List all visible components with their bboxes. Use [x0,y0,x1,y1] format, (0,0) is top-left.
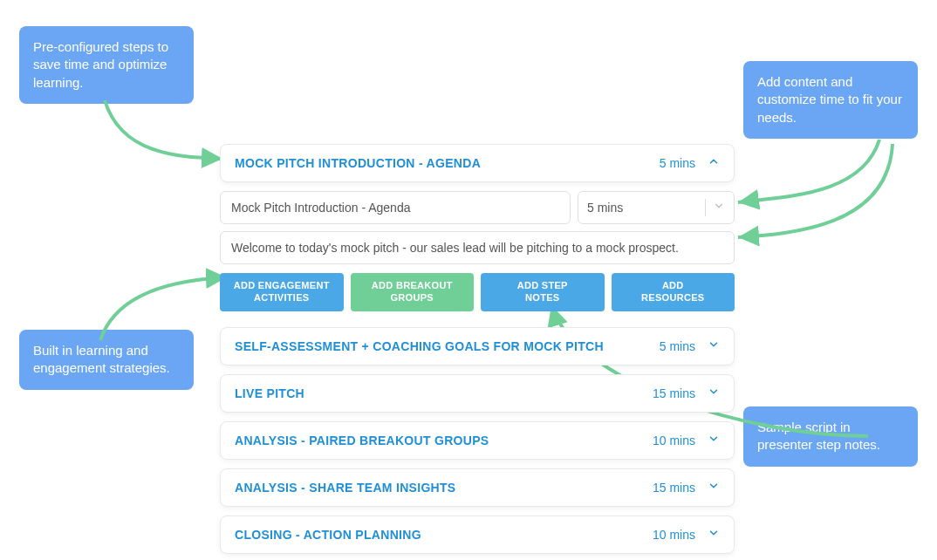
add-breakout-button[interactable]: ADD BREAKOUT GROUPS [351,273,475,311]
duration-select[interactable]: 5 mins [578,191,735,224]
step-card-expanded[interactable]: MOCK PITCH INTRODUCTION - AGENDA 5 mins [220,144,735,182]
step-title: CLOSING - ACTION PLANNING [235,528,653,542]
add-resources-button[interactable]: ADD RESOURCES [612,273,735,311]
step-title: LIVE PITCH [235,386,653,400]
chevron-down-icon [708,433,720,448]
step-duration: 5 mins [660,156,695,170]
callout-customize: Add content and customize time to fit yo… [743,61,918,139]
step-card[interactable]: CLOSING - ACTION PLANNING 10 mins [220,516,735,554]
step-description-input[interactable] [220,231,735,264]
callout-script: Sample script in presenter step notes. [743,406,918,467]
agenda-panel: MOCK PITCH INTRODUCTION - AGENDA 5 mins … [220,144,735,560]
step-card[interactable]: ANALYSIS - SHARE TEAM INSIGHTS 15 mins [220,468,735,507]
step-duration: 5 mins [660,339,695,353]
step-title: SELF-ASSESSMENT + COACHING GOALS FOR MOC… [235,339,660,353]
expanded-step-body: 5 mins [220,191,735,264]
step-card[interactable]: SELF-ASSESSMENT + COACHING GOALS FOR MOC… [220,327,735,365]
step-duration: 15 mins [653,386,695,400]
step-duration: 15 mins [653,481,695,495]
arrow-top-right-1 [731,135,893,222]
chevron-down-icon [713,200,725,215]
arrow-top-left [87,96,236,174]
callout-strategies: Built in learning and engagement strateg… [19,330,194,390]
step-title: ANALYSIS - SHARE TEAM INSIGHTS [235,481,653,495]
chevron-down-icon [708,338,720,354]
step-title-input[interactable] [220,191,571,224]
divider [705,199,706,216]
chevron-down-icon [708,527,720,543]
callout-preconfigured: Pre-configured steps to save time and op… [19,26,194,104]
add-engagement-button[interactable]: ADD ENGAGEMENT ACTIVITIES [220,273,344,311]
action-button-row: ADD ENGAGEMENT ACTIVITIES ADD BREAKOUT G… [220,273,735,311]
step-title: ANALYSIS - PAIRED BREAKOUT GROUPS [235,434,653,447]
step-title: MOCK PITCH INTRODUCTION - AGENDA [235,156,660,170]
chevron-up-icon [708,155,720,171]
arrow-top-right-2 [731,140,906,262]
duration-value: 5 mins [587,201,698,215]
chevron-down-icon [708,386,720,401]
step-card[interactable]: ANALYSIS - PAIRED BREAKOUT GROUPS 10 min… [220,421,735,460]
step-card[interactable]: LIVE PITCH 15 mins [220,374,735,413]
add-step-notes-button[interactable]: ADD STEP NOTES [481,273,605,311]
step-duration: 10 mins [653,528,695,542]
step-duration: 10 mins [653,434,695,447]
chevron-down-icon [708,480,720,495]
